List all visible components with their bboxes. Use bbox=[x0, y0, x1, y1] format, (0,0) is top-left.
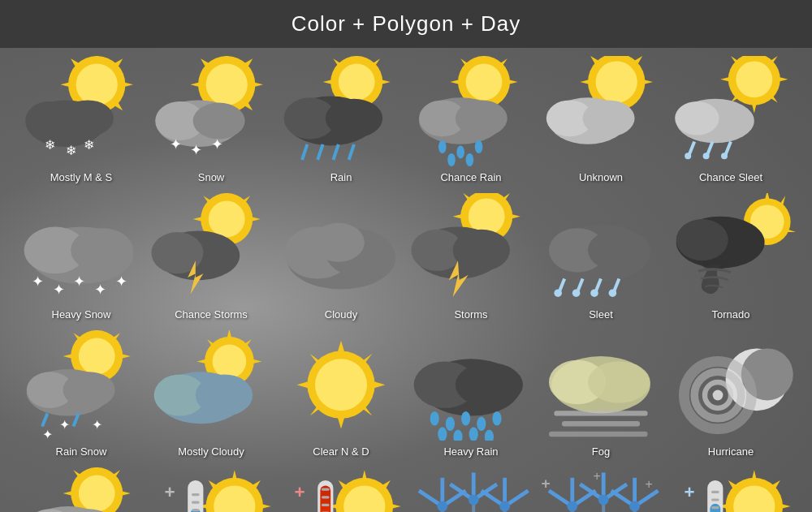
svg-marker-79 bbox=[778, 77, 788, 82]
svg-point-185 bbox=[456, 363, 523, 407]
svg-point-190 bbox=[492, 411, 501, 426]
svg-marker-243 bbox=[362, 470, 367, 480]
weather-item-unknown: Unknown bbox=[536, 56, 666, 193]
svg-text:+: + bbox=[593, 469, 600, 483]
svg-marker-212 bbox=[120, 491, 131, 496]
svg-point-62 bbox=[466, 153, 474, 166]
weather-item-chance-snow: ✦ ✦ ✦ ✦ Chance Snow bbox=[16, 467, 146, 512]
svg-rect-200 bbox=[549, 432, 648, 437]
svg-rect-316 bbox=[711, 506, 719, 509]
svg-point-174 bbox=[315, 359, 367, 411]
svg-point-156 bbox=[63, 372, 115, 408]
svg-text:✦: ✦ bbox=[190, 142, 202, 158]
svg-point-91 bbox=[721, 153, 728, 159]
svg-point-271 bbox=[469, 495, 479, 506]
svg-marker-68 bbox=[642, 80, 653, 84]
svg-marker-140 bbox=[765, 193, 770, 201]
svg-line-46 bbox=[349, 144, 354, 160]
svg-point-64 bbox=[596, 61, 637, 102]
svg-rect-198 bbox=[554, 411, 647, 415]
svg-marker-179 bbox=[310, 354, 321, 364]
svg-marker-20 bbox=[190, 82, 201, 87]
label-snow: Snow bbox=[198, 171, 225, 183]
weather-item-wind: Wind bbox=[406, 467, 536, 512]
svg-point-17 bbox=[206, 64, 248, 105]
svg-rect-315 bbox=[711, 498, 719, 501]
svg-point-135 bbox=[590, 289, 598, 297]
weather-item-hot: + + Hot bbox=[276, 467, 406, 512]
svg-point-28 bbox=[193, 103, 245, 140]
svg-point-208 bbox=[79, 475, 115, 512]
svg-marker-104 bbox=[193, 217, 204, 222]
svg-marker-34 bbox=[354, 56, 359, 58]
svg-marker-175 bbox=[337, 341, 345, 354]
svg-point-87 bbox=[685, 153, 691, 159]
svg-point-163 bbox=[213, 345, 247, 379]
svg-marker-224 bbox=[232, 470, 237, 480]
svg-rect-314 bbox=[711, 491, 719, 493]
svg-marker-5 bbox=[123, 82, 133, 87]
label-mostly-ms: Mostly M & S bbox=[50, 171, 113, 183]
svg-text:✦: ✦ bbox=[92, 418, 102, 432]
svg-marker-246 bbox=[391, 504, 401, 509]
svg-text:+: + bbox=[164, 482, 175, 502]
svg-marker-164 bbox=[227, 330, 231, 339]
svg-text:+: + bbox=[541, 475, 550, 492]
svg-point-61 bbox=[447, 153, 456, 166]
svg-point-75 bbox=[736, 61, 772, 97]
label-clear-nd: Clear N & D bbox=[313, 445, 369, 458]
svg-marker-49 bbox=[482, 56, 486, 58]
weather-item-clear-nd: Clear N & D bbox=[276, 330, 406, 467]
svg-text:✦: ✦ bbox=[59, 418, 70, 432]
svg-point-131 bbox=[554, 289, 562, 297]
svg-marker-142 bbox=[787, 230, 796, 232]
svg-marker-51 bbox=[450, 80, 460, 84]
weather-item-tornado: Tornado bbox=[666, 193, 796, 330]
weather-grid: ❄ ❄ ❄ Mostly M & S bbox=[0, 48, 812, 512]
svg-line-45 bbox=[333, 144, 338, 160]
svg-marker-52 bbox=[508, 80, 518, 84]
svg-rect-238 bbox=[192, 501, 200, 504]
weather-item-heavy-rain: Heavy Rain bbox=[406, 330, 536, 467]
svg-rect-239 bbox=[192, 509, 200, 511]
svg-text:✦: ✦ bbox=[73, 273, 85, 290]
weather-item-cloudy: Cloudy bbox=[276, 193, 406, 330]
svg-point-286 bbox=[567, 501, 577, 512]
page-title: Color + Polygon + Day bbox=[292, 11, 521, 36]
label-rain-snow: Rain Snow bbox=[56, 445, 107, 458]
weather-item-mostly-cloudy: Mostly Cloudy bbox=[146, 330, 276, 467]
svg-text:✦: ✦ bbox=[211, 136, 223, 153]
page-header: Color + Polygon + Day bbox=[0, 0, 812, 48]
svg-rect-234 bbox=[188, 480, 203, 512]
svg-rect-256 bbox=[322, 488, 330, 491]
svg-marker-120 bbox=[510, 214, 520, 219]
svg-text:+: + bbox=[684, 482, 694, 502]
svg-rect-237 bbox=[192, 493, 200, 496]
weather-item-hurricane: Hurricane bbox=[666, 330, 796, 467]
svg-marker-301 bbox=[752, 470, 757, 480]
svg-text:✦: ✦ bbox=[42, 428, 53, 441]
svg-text:✦: ✦ bbox=[170, 136, 182, 153]
svg-text:✦: ✦ bbox=[115, 273, 127, 290]
svg-point-89 bbox=[703, 153, 710, 159]
svg-text:❄: ❄ bbox=[66, 144, 76, 157]
weather-item-chance-storms: Chance Storms bbox=[146, 193, 276, 330]
svg-point-188 bbox=[461, 411, 470, 426]
svg-point-206 bbox=[713, 390, 723, 401]
svg-point-265 bbox=[437, 501, 447, 512]
svg-line-157 bbox=[42, 413, 47, 426]
label-storms: Storms bbox=[454, 308, 487, 321]
svg-rect-258 bbox=[322, 504, 330, 506]
svg-point-197 bbox=[588, 361, 650, 402]
svg-marker-77 bbox=[752, 103, 757, 114]
svg-marker-151 bbox=[120, 354, 131, 359]
label-hurricane: Hurricane bbox=[708, 445, 754, 458]
svg-point-298 bbox=[629, 501, 640, 512]
svg-line-44 bbox=[317, 144, 322, 160]
svg-marker-177 bbox=[297, 381, 310, 389]
svg-marker-304 bbox=[780, 504, 791, 509]
label-sleet: Sleet bbox=[589, 308, 613, 321]
svg-point-186 bbox=[430, 411, 439, 426]
label-heavy-snow: Heavy Snow bbox=[52, 308, 111, 321]
svg-marker-105 bbox=[250, 217, 261, 222]
